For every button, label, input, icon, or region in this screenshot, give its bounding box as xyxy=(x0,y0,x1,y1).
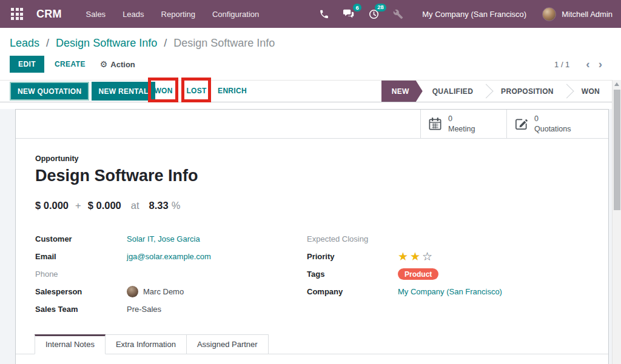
smart-buttons-row: 0 Meeting 0 Quotations xyxy=(16,110,608,139)
gear-icon: ⚙ xyxy=(100,59,108,69)
chat-bubbles-icon xyxy=(343,8,355,19)
stage-pipeline: NEW QUALIFIED PROPOSITION WON xyxy=(381,81,608,102)
quotations-label: Quotations xyxy=(534,124,571,134)
field-label: Customer xyxy=(35,234,127,243)
field-label: Sales Team xyxy=(35,305,127,314)
app-brand[interactable]: CRM xyxy=(36,8,62,21)
field-label: Phone xyxy=(35,270,127,279)
field-row-salesperson: Salesperson Marc Demo xyxy=(35,283,307,300)
enrich-button[interactable]: ENRICH xyxy=(213,81,251,101)
won-button[interactable]: WON xyxy=(149,81,178,101)
salesperson-avatar xyxy=(127,286,138,297)
tab-extra-information[interactable]: Extra Information xyxy=(106,334,187,354)
user-name: Mitchell Admin xyxy=(562,10,613,19)
action-label: Action xyxy=(110,60,135,69)
vertical-scrollbar[interactable] xyxy=(612,80,621,364)
field-row-tags: Tags Product xyxy=(307,265,589,283)
create-button[interactable]: CREATE xyxy=(55,60,86,68)
record-type-label: Opportunity xyxy=(35,154,589,163)
priority-stars[interactable]: ★★☆ xyxy=(398,250,434,263)
right-field-column: Expected Closing Priority ★★☆ Tags Produ… xyxy=(307,230,589,318)
pager-next-icon[interactable]: › xyxy=(594,60,606,68)
meetings-label: Meeting xyxy=(448,124,475,134)
user-menu[interactable]: Mitchell Admin xyxy=(542,7,613,21)
breadcrumb-separator: / xyxy=(164,37,167,49)
control-panel: Leads / Design Software Info / Design So… xyxy=(0,28,621,80)
sales-team-value[interactable]: Pre-Sales xyxy=(127,305,161,314)
star-empty-icon[interactable]: ☆ xyxy=(422,250,434,263)
field-row-expected-closing: Expected Closing xyxy=(307,230,589,248)
menu-sales[interactable]: Sales xyxy=(78,1,115,27)
salesperson-value[interactable]: Marc Demo xyxy=(143,287,184,296)
field-columns: Customer Solar IT, Jose Garcia Email jga… xyxy=(35,230,589,318)
email-value[interactable]: jga@solar.example.com xyxy=(127,252,211,261)
meetings-smart-button[interactable]: 0 Meeting xyxy=(420,110,506,138)
company-switcher[interactable]: My Company (San Francisco) xyxy=(422,10,526,19)
sheet-body: Opportunity Design Software Info $ 0.000… xyxy=(16,139,608,318)
field-label: Expected Closing xyxy=(307,234,398,243)
voip-button[interactable] xyxy=(312,5,336,23)
star-filled-icon[interactable]: ★★ xyxy=(398,250,422,263)
menu-configuration[interactable]: Configuration xyxy=(204,1,267,27)
quotations-count: 0 xyxy=(534,114,571,124)
new-rental-button[interactable]: NEW RENTAL xyxy=(92,82,155,101)
expected-revenue: $ 0.000 xyxy=(35,200,69,211)
field-label: Email xyxy=(35,252,127,261)
company-value[interactable]: My Company (San Francisco) xyxy=(398,287,502,296)
field-label: Priority xyxy=(307,252,398,261)
customer-value[interactable]: Solar IT, Jose Garcia xyxy=(127,234,200,243)
user-avatar xyxy=(542,7,556,21)
notebook-tabs: Internal Notes Extra Information Assigne… xyxy=(16,334,608,354)
stage-chevron-icon xyxy=(562,81,574,102)
form-view-container: 0 Meeting 0 Quotations Opportunity xyxy=(0,109,621,364)
stage-won[interactable]: WON xyxy=(574,81,608,102)
pager-previous-icon[interactable]: ‹ xyxy=(582,60,594,68)
new-quotation-button[interactable]: NEW QUOTATION xyxy=(10,82,89,101)
percent-sign: % xyxy=(172,200,181,211)
lost-button[interactable]: LOST xyxy=(183,81,210,101)
calendar-icon xyxy=(428,117,442,131)
phone-icon xyxy=(319,9,329,19)
field-label: Salesperson xyxy=(35,287,127,296)
systray: 6 28 My Company (San Francisco) Mitchell… xyxy=(312,5,613,24)
field-row-email: Email jga@solar.example.com xyxy=(35,248,307,265)
stage-qualified[interactable]: QUALIFIED xyxy=(423,81,481,102)
edit-note-icon xyxy=(514,117,528,131)
scrollbar-thumb[interactable] xyxy=(614,90,620,210)
tab-internal-notes[interactable]: Internal Notes xyxy=(35,334,106,354)
scrollbar-up-arrow-icon[interactable] xyxy=(614,82,619,86)
breadcrumb-separator: / xyxy=(46,37,49,49)
field-row-customer: Customer Solar IT, Jose Garcia xyxy=(35,230,307,248)
tag-badge: Product xyxy=(398,268,438,280)
tab-assigned-partner[interactable]: Assigned Partner xyxy=(187,334,269,354)
field-row-priority: Priority ★★☆ xyxy=(307,248,589,265)
messages-button[interactable]: 6 xyxy=(336,5,361,23)
quotations-smart-button[interactable]: 0 Quotations xyxy=(506,110,592,138)
activities-button[interactable]: 28 xyxy=(361,5,386,24)
field-row-sales-team: Sales Team Pre-Sales xyxy=(35,300,307,318)
field-label: Company xyxy=(307,287,398,296)
menu-leads[interactable]: Leads xyxy=(114,1,152,27)
field-row-company: Company My Company (San Francisco) xyxy=(307,283,589,300)
at-label: at xyxy=(131,200,139,211)
control-panel-buttons: EDIT CREATE ⚙ Action 1 / 1 ‹ › xyxy=(10,56,611,73)
breadcrumb-leads[interactable]: Leads xyxy=(10,37,39,49)
action-menu-button[interactable]: ⚙ Action xyxy=(100,59,135,69)
left-field-column: Customer Solar IT, Jose Garcia Email jga… xyxy=(35,230,307,318)
apps-grid-icon xyxy=(11,8,23,20)
breadcrumb: Leads / Design Software Info / Design So… xyxy=(10,36,611,50)
breadcrumb-parent[interactable]: Design Software Info xyxy=(56,37,157,49)
debug-tools-button[interactable] xyxy=(386,5,410,23)
menu-reporting[interactable]: Reporting xyxy=(153,1,204,27)
breadcrumb-current: Design Software Info xyxy=(173,37,275,49)
pager-value[interactable]: 1 / 1 xyxy=(554,60,569,69)
crm-form-page: CRM Sales Leads Reporting Configuration … xyxy=(0,0,621,364)
apps-menu-button[interactable] xyxy=(7,5,27,22)
stage-proposition[interactable]: PROPOSITION xyxy=(493,81,562,102)
field-label: Tags xyxy=(307,270,398,279)
stage-new[interactable]: NEW xyxy=(381,81,423,102)
top-navbar: CRM Sales Leads Reporting Configuration … xyxy=(0,0,621,28)
page-title: Design Software Info xyxy=(35,166,589,186)
pager: 1 / 1 ‹ › xyxy=(554,60,611,69)
edit-button[interactable]: EDIT xyxy=(10,56,44,73)
